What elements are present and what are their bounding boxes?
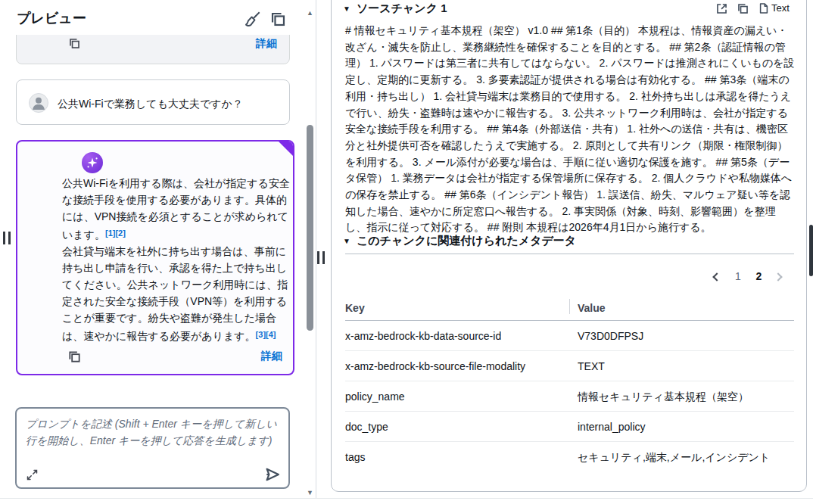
previous-page-chevron-icon[interactable] [712,272,721,281]
metadata-section-header[interactable]: ▼このチャンクに関連付けられたメタデータ [343,234,576,248]
assistant-paragraph-1: 公共Wi-Fiを利用する際は、会社が指定する安全な接続手段を使用する必要がありま… [62,177,290,241]
prompt-input-container [15,407,290,489]
table-row: policy_name 情報セキュリティ基本規程（架空） [345,381,794,412]
metadata-title: このチャンクに関連付けられたメタデータ [357,234,576,247]
preview-panel: 詳細 プレビュー [0,0,316,504]
assistant-paragraph-2: 会社貸与端末を社外に持ち出す場合は、事前に持ち出し申請を行い、承認を得た上で持ち… [62,245,288,342]
source-chunk-title: ソースチャンク 1 [357,2,447,14]
chunk-text: # 情報セキュリティ基本規程（架空） v1.0 ## 第1条（目的） 本規程は、… [345,23,795,236]
column-header-value: Value [578,302,606,314]
table-header-row: Key Value [345,297,794,321]
source-chunk-panel: ▼ソースチャンク 1 Text # 情報セキュリティ基本規程（架空） v1.0 … [331,0,807,492]
source-chunk-header[interactable]: ▼ソースチャンク 1 [343,2,447,16]
row-key: policy_name [345,390,405,403]
page-scrollbar-thumb[interactable] [809,225,813,276]
table-row: doc_type internal_policy [345,412,794,442]
table-row: tags セキュリティ,端末,メール,インシデント [345,442,794,472]
preview-header: プレビュー [0,0,304,35]
column-header-key: Key [345,302,365,314]
scroll-down-arrow-icon[interactable]: ▼ [304,489,316,496]
pagination: 1 2 [714,270,781,282]
preview-scrollbar-thumb[interactable] [307,125,313,331]
assistant-message-text: 公共Wi-Fiを利用する際は、会社が指定する安全な接続手段を使用する必要がありま… [62,175,294,344]
page-button-1[interactable]: 1 [735,270,741,282]
prompt-input[interactable] [17,409,288,465]
citation-links-2[interactable]: [3][4] [256,330,276,339]
file-text-icon[interactable] [758,2,770,14]
table-row: x-amz-bedrock-kb-data-source-id V73D0DFP… [345,321,794,351]
citation-links-1[interactable]: [1][2] [105,229,126,238]
metadata-divider [345,254,794,254]
row-value: internal_policy [578,421,646,433]
row-key: tags [345,451,365,463]
bottom-divider [0,498,813,499]
left-panel-resize-handle[interactable] [3,232,11,244]
scrollbar-track-divider [316,0,316,498]
split-panel-resize-handle[interactable] [317,251,325,264]
assistant-avatar-sparkle-icon [82,152,103,173]
copy-response-icon[interactable] [67,350,82,364]
column-divider [569,299,570,314]
expand-input-icon[interactable] [26,468,39,481]
scroll-up-arrow-icon[interactable]: ▲ [304,9,316,17]
panel-title: プレビュー [17,9,86,27]
row-value: セキュリティ,端末,メール,インシデント [578,451,770,465]
row-key: x-amz-bedrock-kb-source-file-modality [345,360,525,372]
text-modality-label[interactable]: Text [771,2,790,14]
user-message-text: 公共Wi-Fiで業務しても大丈夫ですか？ [58,95,243,112]
table-row: x-amz-bedrock-kb-source-file-modality TE… [345,351,794,381]
row-value: V73D0DFPSJ [578,330,643,342]
page-button-2-current[interactable]: 2 [756,270,762,282]
copy-icon[interactable] [68,37,81,50]
collapse-triangle-icon[interactable]: ▼ [343,237,350,245]
row-value: TEXT [578,360,605,372]
details-link[interactable]: 詳細 [256,37,277,51]
user-avatar [29,93,48,113]
app-root: 詳細 プレビュー [0,0,813,504]
row-key: doc_type [345,421,388,433]
send-prompt-icon[interactable] [264,466,281,483]
row-value: 情報セキュリティ基本規程（架空） [578,390,749,404]
row-key: x-amz-bedrock-kb-data-source-id [345,330,501,342]
clear-chat-broom-icon[interactable] [244,11,262,29]
metadata-table: Key Value x-amz-bedrock-kb-data-source-i… [345,297,794,472]
open-external-icon[interactable] [715,2,728,15]
details-link[interactable]: 詳細 [261,350,282,363]
copy-chat-icon[interactable] [269,11,288,29]
copy-chunk-icon[interactable] [737,2,749,15]
next-page-chevron-icon[interactable] [774,272,783,281]
genai-corner-decoration [279,142,293,156]
assistant-message-card: 公共Wi-Fiを利用する際は、会社が指定する安全な接続手段を使用する必要がありま… [16,140,294,375]
user-message-bubble: 公共Wi-Fiで業務しても大丈夫ですか？ [16,79,290,125]
collapse-triangle-icon[interactable]: ▼ [343,5,350,13]
